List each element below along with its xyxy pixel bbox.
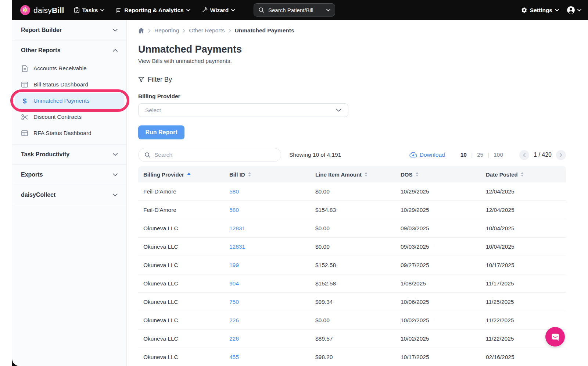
chevron-down-icon (100, 9, 104, 11)
cell-amount: $99.34 (310, 299, 395, 305)
cell-amount: $152.58 (310, 262, 395, 269)
cell-dos: 10/02/2025 (395, 317, 481, 324)
breadcrumb-current: Unmatched Payments (235, 27, 294, 34)
cell-date-posted: 10/04/2025 (481, 244, 566, 250)
bill-id-link[interactable]: 455 (229, 354, 239, 360)
unmatched-payments-table: Billing Provider Bill ID Line Item Amoun… (138, 166, 566, 366)
sidebar-section-report-builder[interactable]: Report Builder (12, 20, 126, 40)
bill-id-link[interactable]: 580 (229, 188, 239, 195)
sidebar-section-task-productivity[interactable]: Task Productivity (12, 145, 126, 165)
run-report-button[interactable]: Run Report (138, 125, 184, 139)
page-size-selector: 10 | 25 | 100 (460, 152, 503, 158)
column-header-date-posted[interactable]: Date Posted (481, 171, 566, 178)
column-header-line-item-amount[interactable]: Line Item Amount (310, 171, 395, 178)
table-search-input[interactable]: Search (138, 148, 281, 162)
bill-id-link[interactable]: 226 (229, 335, 239, 342)
cell-date-posted: 10/17/2025 (481, 262, 566, 269)
column-header-bill-id[interactable]: Bill ID (224, 171, 310, 178)
breadcrumb-other-reports[interactable]: Other Reports (189, 27, 225, 34)
breadcrumb-separator-icon (148, 29, 151, 33)
page-subtitle: View Bills with unmatched payments. (138, 58, 588, 64)
chat-launcher-button[interactable] (545, 327, 565, 347)
section-label: Other Reports (21, 47, 61, 54)
next-page-button[interactable] (556, 150, 566, 160)
section-label: Report Builder (21, 27, 62, 33)
table-row: Feil-D'Amore 580 $0.00 10/29/2025 12/04/… (138, 182, 566, 201)
column-header-dos[interactable]: DOS (395, 171, 481, 178)
app-window: ✻ daisyBill Tasks Reporti (0, 0, 588, 366)
sidebar-item-accounts-receivable[interactable]: Accounts Receivable (12, 60, 126, 77)
user-avatar-icon (566, 6, 576, 15)
prev-page-button[interactable] (519, 150, 529, 160)
table-row: Okuneva LLC 904 $152.58 1/08/2025 11/17/… (138, 274, 566, 293)
bill-id-link[interactable]: 199 (229, 262, 239, 268)
dollar-icon: $ (21, 97, 28, 104)
cell-dos: 09/27/2025 (395, 262, 481, 269)
chevron-left-icon (523, 153, 526, 157)
scissors-icon (21, 114, 28, 120)
showing-count: Showing 10 of 4,191 (289, 152, 341, 158)
cell-dos: 10/06/2025 (395, 299, 481, 305)
bill-id-link[interactable]: 12831 (229, 225, 245, 231)
cell-dos: 09/03/2025 (395, 244, 481, 250)
column-header-billing-provider[interactable]: Billing Provider (138, 171, 224, 178)
daisybill-logo[interactable]: ✻ daisyBill (20, 5, 64, 15)
gear-icon (521, 7, 527, 13)
cell-dos: 10/29/2025 (395, 188, 481, 195)
bill-id-link[interactable]: 750 (229, 299, 239, 305)
cell-billing-provider: Okuneva LLC (138, 299, 224, 305)
chevron-down-icon (577, 9, 581, 11)
page-title: Unmatched Payments (138, 44, 588, 55)
download-button[interactable]: Download (409, 152, 445, 158)
page-size-10[interactable]: 10 (460, 152, 467, 158)
page-size-100[interactable]: 100 (494, 152, 503, 158)
sidebar-item-discount-contracts[interactable]: Discount Contracts (12, 109, 126, 125)
sort-asc-icon (187, 173, 191, 175)
bill-id-link[interactable]: 12831 (229, 244, 245, 250)
cell-dos: 10/17/2025 (395, 354, 481, 360)
separator: | (471, 152, 473, 158)
table-row: Okuneva LLC 750 $99.34 10/06/2025 11/25/… (138, 293, 566, 311)
cell-billing-provider: Okuneva LLC (138, 225, 224, 232)
home-icon[interactable] (138, 28, 144, 33)
cell-amount: $0.00 (310, 244, 395, 250)
menu-wizard[interactable]: Wizard (201, 7, 236, 14)
sidebar-section-daisycollect[interactable]: daisyCollect (12, 185, 126, 205)
sidebar-section-exports[interactable]: Exports (12, 165, 126, 185)
cell-amount: $152.58 (310, 280, 395, 287)
page-size-25[interactable]: 25 (477, 152, 483, 158)
sidebar-item-label: RFA Status Dashboard (33, 130, 92, 136)
global-search-input[interactable]: Search Patient/Bill (254, 3, 335, 17)
download-label: Download (420, 152, 445, 158)
sidebar-section-other-reports[interactable]: Other Reports (12, 40, 126, 60)
breadcrumb-reporting[interactable]: Reporting (154, 27, 179, 34)
account-menu[interactable] (566, 6, 581, 15)
sidebar-item-rfa-status-dashboard[interactable]: RFA Status Dashboard (12, 125, 126, 141)
chevron-up-icon (113, 49, 118, 52)
bill-id-link[interactable]: 226 (229, 317, 239, 323)
chevron-down-icon (113, 29, 118, 32)
menu-reporting-analytics[interactable]: Reporting & Analytics (115, 7, 190, 14)
menu-tasks[interactable]: Tasks (74, 7, 105, 14)
clipboard-icon (74, 7, 80, 13)
chevron-right-icon (560, 153, 562, 157)
menu-reporting-label: Reporting & Analytics (124, 7, 183, 14)
cell-amount: $0.00 (310, 317, 395, 324)
cell-billing-provider: Okuneva LLC (138, 244, 224, 250)
billing-provider-select[interactable]: Select (138, 103, 348, 117)
funnel-icon (138, 77, 144, 83)
sidebar-item-unmatched-payments[interactable]: $ Unmatched Payments (15, 93, 124, 109)
cell-dos: 10/29/2025 (395, 207, 481, 213)
cell-date-posted: 12/04/2025 (481, 207, 566, 213)
page-indicator: 1 / 420 (534, 152, 552, 158)
settings-menu[interactable]: Settings (521, 7, 559, 14)
table-row: Okuneva LLC 226 $89.57 10/02/2025 11/22/… (138, 330, 566, 348)
cell-amount: $98.20 (310, 354, 395, 360)
cell-dos: 09/03/2025 (395, 225, 481, 232)
magic-wand-icon (201, 7, 208, 13)
bill-id-link[interactable]: 580 (229, 207, 239, 213)
cloud-download-icon (409, 152, 417, 158)
cell-date-posted: 10/04/2025 (481, 225, 566, 232)
sidebar-item-bill-status-dashboard[interactable]: Bill Status Dashboard (12, 77, 126, 93)
bill-id-link[interactable]: 904 (229, 280, 239, 287)
